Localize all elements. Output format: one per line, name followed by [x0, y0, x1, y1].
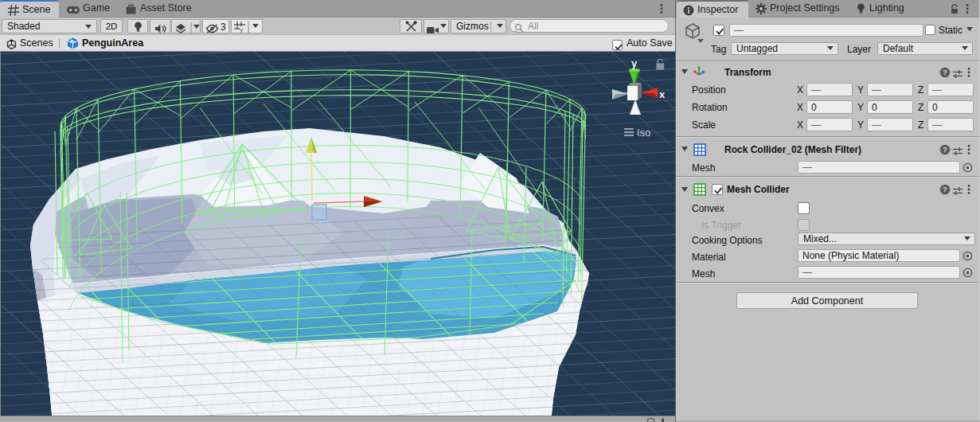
svg-text:?: ? — [943, 145, 947, 154]
svg-text:Y: Y — [240, 27, 244, 33]
svg-text:x: x — [659, 88, 666, 100]
svg-text:?: ? — [943, 68, 947, 76]
svg-text:Iso: Iso — [637, 127, 650, 139]
svg-text:?: ? — [943, 185, 947, 193]
svg-text:y: y — [631, 57, 638, 69]
